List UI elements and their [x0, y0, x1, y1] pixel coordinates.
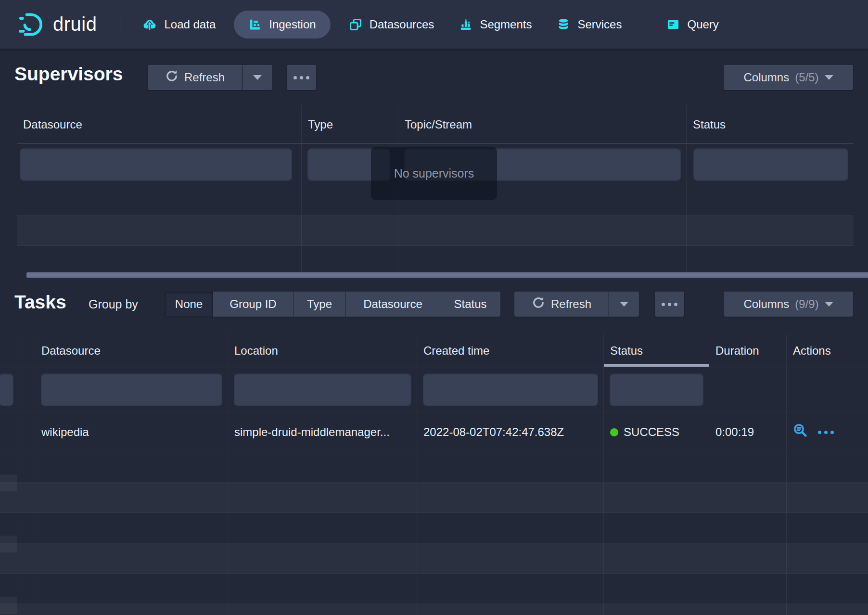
- group-by-group-id-button[interactable]: Group ID: [213, 292, 294, 317]
- nav-load-data[interactable]: Load data: [130, 11, 228, 38]
- status-label: SUCCESS: [624, 425, 679, 439]
- nav-label: Services: [577, 18, 622, 31]
- filter-cut-input[interactable]: [0, 373, 13, 406]
- row-more-icon[interactable]: [818, 431, 834, 434]
- task-datasource: wikipedia: [35, 412, 228, 452]
- columns-label: Columns: [743, 71, 789, 84]
- stripe-fragment: [0, 474, 17, 491]
- nav-label: Load data: [164, 18, 216, 31]
- column-header[interactable]: Topic/Stream: [398, 105, 687, 143]
- table-row: [0, 513, 868, 543]
- column-header[interactable]: Status: [687, 105, 854, 143]
- column-header-label: Status: [610, 344, 643, 358]
- tasks-title: Tasks: [14, 292, 66, 313]
- group-by-none-button[interactable]: None: [165, 292, 213, 317]
- task-location: simple-druid-middlemanager...: [228, 412, 417, 452]
- nav-divider: [120, 11, 120, 38]
- refresh-label: Refresh: [184, 71, 225, 84]
- nav-services[interactable]: Services: [544, 11, 634, 38]
- druid-logo[interactable]: druid: [17, 12, 97, 38]
- tasks-filter-row: [0, 367, 868, 412]
- column-header[interactable]: Datasource: [17, 105, 302, 143]
- stripe-fragment: [0, 536, 17, 552]
- status-dot-icon: [610, 428, 618, 436]
- more-icon: [294, 76, 309, 79]
- table-row: [17, 246, 854, 273]
- horizontal-scrollbar[interactable]: [26, 272, 868, 278]
- column-header-cut[interactable]: [0, 334, 35, 367]
- supervisors-more-button[interactable]: [287, 65, 316, 90]
- console-icon: [666, 18, 680, 31]
- table-row: [0, 543, 868, 574]
- search-details-icon[interactable]: [793, 423, 808, 441]
- chevron-down-icon: [825, 302, 833, 307]
- nav-ingestion[interactable]: Ingestion: [234, 11, 330, 38]
- stripe-fragment: [0, 597, 17, 614]
- filter-created-time-input[interactable]: [423, 373, 598, 406]
- columns-count: (9/9): [795, 297, 818, 311]
- tasks-refresh-dropdown[interactable]: [609, 292, 639, 317]
- nav-label: Query: [687, 18, 718, 31]
- nav-datasources[interactable]: Datasources: [336, 11, 447, 38]
- filter-datasource-input[interactable]: [41, 373, 222, 406]
- table-row: [0, 574, 868, 604]
- tasks-columns-button[interactable]: Columns (9/9): [724, 292, 853, 317]
- chevron-down-icon: [825, 75, 833, 80]
- ingestion-icon: [248, 18, 262, 31]
- column-header-sorted[interactable]: Status: [604, 334, 709, 367]
- tasks-header-row: Datasource Location Created time Status …: [0, 334, 868, 367]
- bar-chart-icon: [459, 18, 472, 31]
- supervisors-refresh-split: Refresh: [148, 65, 272, 90]
- group-by-datasource-button[interactable]: Datasource: [346, 292, 440, 317]
- table-row: [0, 452, 868, 483]
- task-row-wikipedia[interactable]: wikipedia simple-druid-middlemanager... …: [0, 412, 868, 452]
- nav-label: Segments: [480, 18, 532, 31]
- chevron-down-icon: [253, 75, 262, 80]
- column-header[interactable]: Type: [302, 105, 398, 143]
- refresh-icon: [165, 69, 179, 86]
- refresh-icon: [532, 296, 545, 312]
- logo-wordmark: druid: [53, 13, 97, 35]
- filter-status-input[interactable]: [610, 373, 703, 406]
- supervisors-header-row: Datasource Type Topic/Stream Status: [17, 105, 854, 144]
- column-header[interactable]: Duration: [709, 334, 787, 367]
- task-duration: 0:00:19: [709, 412, 787, 452]
- empty-state: No supervisors: [371, 147, 497, 200]
- nav-query[interactable]: Query: [654, 11, 731, 38]
- nav-label: Ingestion: [269, 18, 316, 31]
- supervisors-table: Datasource Type Topic/Stream Status No s…: [17, 105, 854, 278]
- columns-label: Columns: [743, 297, 789, 311]
- supervisors-title: Supervisors: [14, 64, 123, 85]
- group-by-status-button[interactable]: Status: [440, 292, 500, 317]
- sort-indicator: [604, 364, 709, 367]
- table-row: [17, 216, 854, 246]
- supervisors-refresh-button[interactable]: Refresh: [148, 65, 242, 90]
- supervisors-refresh-dropdown[interactable]: [242, 65, 272, 90]
- chevron-down-icon: [620, 302, 628, 307]
- group-by-label: Group by: [89, 297, 138, 311]
- druid-logo-icon: [17, 12, 47, 38]
- filter-status-input[interactable]: [693, 148, 848, 180]
- supervisors-columns-button[interactable]: Columns (5/5): [724, 65, 853, 90]
- database-icon: [557, 18, 570, 31]
- table-row: [0, 483, 868, 513]
- columns-count: (5/5): [795, 71, 818, 84]
- nav-label: Datasources: [370, 18, 434, 31]
- tasks-refresh-button[interactable]: Refresh: [514, 292, 609, 317]
- column-header[interactable]: Location: [228, 334, 417, 367]
- group-by-button-group: None Group ID Type Datasource Status: [165, 292, 500, 317]
- table-row: [0, 604, 868, 615]
- column-header[interactable]: Created time: [417, 334, 604, 367]
- column-header[interactable]: Actions: [787, 334, 868, 367]
- filter-datasource-input[interactable]: [20, 148, 292, 180]
- tasks-table: Datasource Location Created time Status …: [0, 334, 868, 615]
- more-icon: [662, 303, 677, 306]
- filter-location-input[interactable]: [234, 373, 411, 406]
- cloud-upload-icon: [142, 17, 157, 32]
- group-by-type-button[interactable]: Type: [294, 292, 346, 317]
- nav-segments[interactable]: Segments: [447, 11, 544, 38]
- column-header[interactable]: Datasource: [35, 334, 228, 367]
- task-actions: [787, 412, 868, 452]
- tasks-more-button[interactable]: [655, 292, 684, 317]
- refresh-label: Refresh: [551, 297, 591, 311]
